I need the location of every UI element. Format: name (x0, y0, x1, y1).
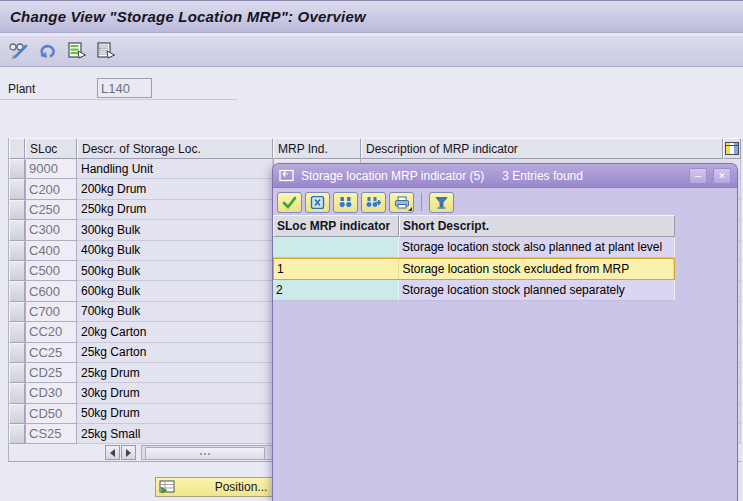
sloc-cell[interactable]: C250 (25, 200, 77, 220)
row-selector[interactable] (9, 424, 25, 444)
mrp-indicator-descr-cell[interactable]: Storage location stock planned separatel… (399, 280, 675, 301)
minimize-button[interactable]: ─ (689, 168, 707, 184)
print-button[interactable] (389, 192, 414, 213)
storage-descr-cell: 25kg Small (77, 424, 273, 444)
sloc-cell[interactable]: CD30 (25, 383, 77, 403)
row-selector[interactable] (9, 281, 25, 301)
mrp-indicator-table: SLoc MRP indicator Short Descript. Stora… (273, 215, 675, 301)
mrp-indicator-cell[interactable] (273, 237, 399, 258)
storage-descr-cell: 200kg Drum (77, 179, 273, 199)
scroll-left-button[interactable] (105, 445, 120, 460)
application-toolbar (0, 36, 743, 67)
row-selector[interactable] (9, 261, 25, 281)
undo-button[interactable] (35, 38, 61, 64)
dialog-title: Storage location MRP indicator (5) (301, 169, 484, 183)
plant-label: Plant (8, 82, 35, 96)
mrp-indicator-descr-cell[interactable]: Storage location stock excluded from MRP (399, 259, 674, 278)
dialog-toolbar (273, 188, 737, 216)
row-selector[interactable] (9, 241, 25, 261)
storage-descr-cell: 50kg Drum (77, 404, 273, 424)
row-selector[interactable] (9, 383, 25, 403)
undo-icon (38, 42, 58, 60)
storage-descr-cell: 400kg Bulk (77, 241, 273, 261)
storage-descr-cell: 500kg Bulk (77, 261, 273, 281)
sloc-cell[interactable]: 9000 (25, 159, 77, 179)
table-header-row: SLoc Descr. of Storage Loc. MRP Ind. Des… (9, 138, 741, 159)
header-sloc: SLoc (25, 138, 77, 159)
mrp-indicator-dialog: Storage location MRP indicator (5) 3 Ent… (272, 163, 738, 501)
mrp-indicator-cell[interactable]: 2 (273, 280, 399, 301)
sloc-cell[interactable]: C200 (25, 179, 77, 199)
dialog-window-icon (279, 169, 295, 182)
grip-dot (204, 453, 206, 455)
row-selector[interactable] (9, 302, 25, 322)
dropdown-corner-icon (408, 207, 412, 211)
deselect-all-button[interactable] (93, 38, 119, 64)
cancel-button[interactable] (305, 192, 330, 213)
sloc-cell[interactable]: C300 (25, 220, 77, 240)
filter-button[interactable] (429, 192, 454, 213)
sloc-cell[interactable]: CC20 (25, 322, 77, 342)
sloc-cell[interactable]: C700 (25, 302, 77, 322)
glasses-pencil-icon (8, 41, 30, 61)
cancel-x-icon (310, 196, 325, 209)
binoculars-icon (338, 196, 353, 209)
mrp-indicator-cell[interactable]: 1 (274, 259, 399, 278)
dialog-title-bar: Storage location MRP indicator (5) 3 Ent… (273, 164, 737, 188)
popup-row[interactable]: Storage location stock also planned at p… (273, 237, 675, 258)
popup-row[interactable]: 2 Storage location stock planned separat… (273, 280, 675, 301)
scrollbar-gap (9, 444, 105, 461)
scrollbar-thumb[interactable] (145, 447, 265, 460)
select-all-button[interactable] (64, 38, 90, 64)
continue-button[interactable] (277, 192, 302, 213)
storage-descr-cell: 300kg Bulk (77, 220, 273, 240)
sloc-cell[interactable]: C400 (25, 241, 77, 261)
storage-descr-cell: 600kg Bulk (77, 281, 273, 301)
header-mrp-descr: Description of MRP indicator (361, 138, 723, 159)
right-arrow-icon (126, 449, 131, 457)
header-mrp-ind: MRP Ind. (273, 138, 361, 159)
sloc-cell[interactable]: CC25 (25, 343, 77, 363)
row-selector[interactable] (9, 200, 25, 220)
storage-descr-cell: 250kg Drum (77, 200, 273, 220)
row-selector[interactable] (9, 363, 25, 383)
entries-found-text: 3 Entries found (502, 169, 583, 183)
sloc-cell[interactable]: C500 (25, 261, 77, 281)
header-storage-descr: Descr. of Storage Loc. (77, 138, 273, 159)
scroll-right-button[interactable] (121, 445, 136, 460)
sap-window: Change View "Storage Location MRP": Over… (0, 0, 743, 501)
table-config-button[interactable] (723, 138, 741, 159)
sloc-cell[interactable]: C600 (25, 281, 77, 301)
left-arrow-icon (110, 449, 115, 457)
sloc-cell[interactable]: CD50 (25, 404, 77, 424)
table-configuration-icon (725, 142, 739, 155)
row-selector[interactable] (9, 322, 25, 342)
row-selector[interactable] (9, 179, 25, 199)
check-icon (282, 196, 297, 209)
plant-input[interactable] (97, 78, 152, 98)
header-selector-cell (9, 138, 25, 159)
sloc-cell[interactable]: CS25 (25, 424, 77, 444)
find-button[interactable] (333, 192, 358, 213)
display-change-toggle-button[interactable] (6, 38, 32, 64)
header-short-descript: Short Descript. (399, 215, 675, 237)
storage-descr-cell: 30kg Drum (77, 383, 273, 403)
popup-row[interactable]: 1 Storage location stock excluded from M… (273, 258, 675, 279)
grip-dot (200, 453, 202, 455)
sloc-cell[interactable]: CD25 (25, 363, 77, 383)
row-selector[interactable] (9, 343, 25, 363)
filter-funnel-icon (434, 196, 449, 209)
close-button[interactable]: ✕ (713, 168, 731, 184)
storage-descr-cell: 700kg Bulk (77, 302, 273, 322)
page-title-bar: Change View "Storage Location MRP": Over… (0, 0, 743, 33)
dialog-table-header: SLoc MRP indicator Short Descript. (273, 215, 675, 237)
select-all-table-icon (67, 42, 87, 60)
find-next-button[interactable] (361, 192, 386, 213)
toolbar-separator (421, 193, 422, 211)
row-selector[interactable] (9, 159, 25, 179)
storage-descr-cell: Handling Unit (77, 159, 273, 179)
mrp-indicator-descr-cell[interactable]: Storage location stock also planned at p… (399, 237, 675, 258)
row-selector[interactable] (9, 404, 25, 424)
binoculars-plus-icon (366, 196, 381, 209)
row-selector[interactable] (9, 220, 25, 240)
